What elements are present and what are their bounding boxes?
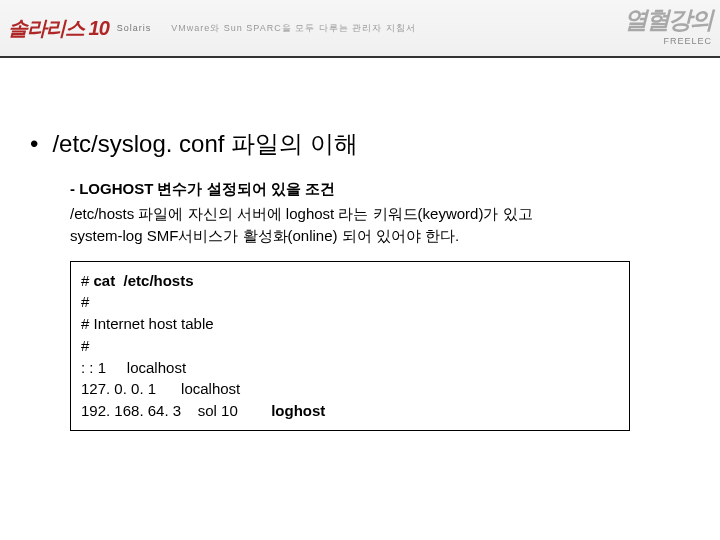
logo-text: 솔라리스 10: [8, 15, 109, 42]
main-bullet-line: • /etc/syslog. conf 파일의 이해: [30, 128, 690, 160]
sub-body-line-2: system-log SMF서비스가 활성화(online) 되어 있어야 한다…: [70, 227, 459, 244]
code-line-0: #: [81, 293, 89, 310]
logo-subtext: Solaris: [117, 23, 152, 33]
code-line-2: #: [81, 337, 89, 354]
brand-block: 열혈강의 FREELEC: [624, 4, 712, 46]
header-divider: [0, 56, 720, 58]
main-title: /etc/syslog. conf 파일의 이해: [52, 128, 357, 160]
code-last-bold: loghost: [271, 402, 325, 419]
code-command: cat /etc/hosts: [94, 272, 194, 289]
brand-english: FREELEC: [624, 36, 712, 46]
code-last-left: 192. 168. 64. 3 sol 10: [81, 402, 238, 419]
header-tagline: VMware와 Sun SPARC을 모두 다루는 관리자 지침서: [171, 22, 415, 35]
bullet-icon: •: [30, 132, 38, 156]
code-line-1: # Internet host table: [81, 315, 214, 332]
code-line-4: 127. 0. 0. 1 localhost: [81, 380, 240, 397]
sub-heading: - LOGHOST 변수가 설정되어 있을 조건: [70, 180, 690, 199]
code-cmd-line: # cat /etc/hosts: [81, 272, 194, 289]
code-prompt: #: [81, 272, 94, 289]
code-box: # cat /etc/hosts # # Internet host table…: [70, 261, 630, 431]
sub-body: /etc/hosts 파일에 자신의 서버에 loghost 라는 키워드(ke…: [70, 203, 690, 247]
slide-header: 솔라리스 10 Solaris VMware와 Sun SPARC을 모두 다루…: [0, 0, 720, 58]
sub-block: - LOGHOST 변수가 설정되어 있을 조건 /etc/hosts 파일에 …: [70, 180, 690, 247]
code-last-line: 192. 168. 64. 3 sol 10 loghost: [81, 402, 325, 419]
logo-block: 솔라리스 10 Solaris: [8, 15, 151, 42]
sub-body-line-1: /etc/hosts 파일에 자신의 서버에 loghost 라는 키워드(ke…: [70, 205, 533, 222]
brand-korean: 열혈강의: [624, 7, 712, 33]
code-line-3: : : 1 localhost: [81, 359, 186, 376]
slide-content: • /etc/syslog. conf 파일의 이해 - LOGHOST 변수가…: [0, 58, 720, 431]
